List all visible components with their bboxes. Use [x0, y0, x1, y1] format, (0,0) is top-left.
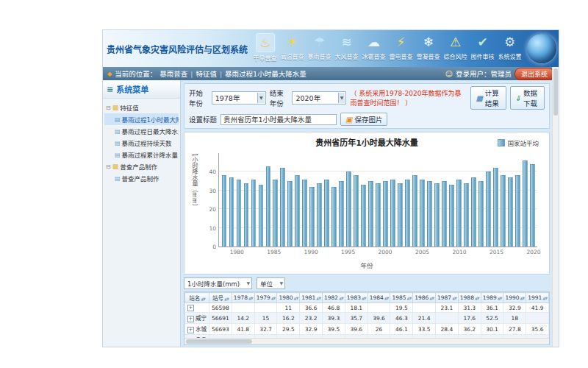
- bar-2018[interactable]: [515, 175, 520, 247]
- column-header[interactable]: 1983▲▼: [345, 293, 368, 303]
- bar-2004[interactable]: [412, 175, 417, 247]
- expand-icon[interactable]: +: [187, 305, 194, 311]
- horizontal-scrollbar[interactable]: [184, 338, 549, 344]
- tree-leaf[interactable]: ▤暴雨过程持续天数: [104, 137, 179, 149]
- bar-2006[interactable]: [427, 181, 432, 247]
- nav-item-wind[interactable]: ≋大风普查: [334, 33, 359, 62]
- bar-1995[interactable]: [346, 171, 351, 247]
- bar-2000[interactable]: [383, 181, 388, 247]
- collapse-icon[interactable]: ⊟: [106, 105, 111, 111]
- column-header[interactable]: 1980▲▼: [277, 293, 300, 303]
- bar-1981[interactable]: [244, 183, 249, 247]
- nav-item-review[interactable]: ✔图件审核: [470, 33, 495, 62]
- horizontal-scrollbar-thumb[interactable]: [186, 339, 252, 344]
- tree-leaf[interactable]: ▤暴雨过程日最大降水量: [104, 125, 179, 137]
- bar-2015[interactable]: [493, 168, 498, 247]
- column-header[interactable]: 1979▲▼: [254, 293, 277, 303]
- sort-icons[interactable]: ▲▼: [271, 296, 276, 300]
- nav-item-rainstorm[interactable]: ☂暴雨普查: [307, 33, 331, 62]
- sort-icons[interactable]: ▲▼: [475, 296, 479, 300]
- bar-2013[interactable]: [478, 181, 484, 247]
- tree-leaf[interactable]: ▤普查产品制作: [104, 172, 179, 184]
- sort-icons[interactable]: ▲▼: [248, 296, 253, 300]
- sort-icons[interactable]: ▲▼: [384, 296, 389, 300]
- tree-node[interactable]: ⊟▩特征值: [104, 102, 179, 113]
- bar-1989[interactable]: [302, 180, 307, 247]
- unit-select[interactable]: 单位: [257, 277, 285, 289]
- bar-2019[interactable]: [523, 160, 528, 247]
- save-image-button[interactable]: ▣ 保存图片: [340, 113, 387, 126]
- column-header[interactable]: 1991▲▼: [526, 293, 549, 303]
- bar-1979[interactable]: [229, 177, 234, 247]
- tree-leaf[interactable]: ▤暴雨过程累计降水量: [104, 149, 179, 160]
- nav-item-drought[interactable]: ♨干旱普查: [253, 33, 277, 62]
- bar-1999[interactable]: [376, 183, 381, 247]
- nav-item-risk[interactable]: ⚠综合风险: [443, 33, 467, 62]
- bar-2016[interactable]: [501, 175, 506, 247]
- nav-item-heat[interactable]: ☀高温普查: [280, 33, 304, 62]
- bar-1983[interactable]: [259, 185, 264, 247]
- column-header[interactable]: 1978▲▼: [232, 293, 254, 303]
- sort-icons[interactable]: ▲▼: [407, 296, 412, 300]
- bar-1992[interactable]: [324, 180, 329, 247]
- bar-2017[interactable]: [508, 177, 513, 247]
- bar-1998[interactable]: [368, 181, 373, 247]
- column-header[interactable]: 1985▲▼: [390, 293, 413, 303]
- bar-2003[interactable]: [405, 180, 410, 247]
- sort-icons[interactable]: ▲▼: [542, 296, 547, 300]
- bar-2010[interactable]: [456, 180, 462, 247]
- nav-item-settings[interactable]: ⚙系统设置: [498, 33, 522, 62]
- bar-2007[interactable]: [434, 183, 440, 247]
- table-row[interactable]: +水城5669341.832.729.532.939.539.62646.133…: [185, 324, 551, 335]
- download-button[interactable]: ⇓ 数据下载: [510, 86, 545, 110]
- sort-icons[interactable]: ▲▼: [316, 296, 320, 300]
- column-header[interactable]: 1984▲▼: [368, 293, 390, 303]
- bar-2005[interactable]: [420, 180, 425, 247]
- bar-2001[interactable]: [390, 180, 395, 247]
- bar-1985[interactable]: [273, 180, 278, 247]
- tree-leaf[interactable]: ▤暴雨过程1小时最大降水量: [104, 113, 179, 125]
- column-header[interactable]: 站号▲▼: [209, 293, 232, 303]
- bar-2020[interactable]: [530, 164, 535, 247]
- column-header[interactable]: 1990▲▼: [503, 293, 526, 303]
- bar-1987[interactable]: [287, 181, 293, 247]
- column-header[interactable]: 1988▲▼: [458, 293, 481, 303]
- breadcrumb-item[interactable]: 暴雨过程1小时最大降水量: [225, 68, 306, 79]
- end-year-select[interactable]: 2020年: [292, 91, 346, 105]
- sort-icons[interactable]: ▲▼: [452, 296, 456, 300]
- bar-1982[interactable]: [251, 180, 257, 247]
- sort-icons[interactable]: ▲▼: [201, 297, 205, 301]
- column-header[interactable]: 1982▲▼: [323, 293, 345, 303]
- bar-1997[interactable]: [361, 185, 366, 247]
- bar-2012[interactable]: [471, 177, 476, 247]
- column-header[interactable]: 1986▲▼: [413, 293, 436, 303]
- table-row[interactable]: +威宁5669114.21516.223.239.335.739.646.321…: [185, 313, 551, 324]
- bar-1990[interactable]: [309, 187, 315, 247]
- sort-icons[interactable]: ▲▼: [294, 296, 298, 300]
- metric-select[interactable]: 1小时降水量(mm): [184, 277, 252, 289]
- calculate-button[interactable]: ▦ 计算结果: [470, 86, 506, 110]
- column-header[interactable]: 1992▲▼: [549, 293, 550, 303]
- bar-2008[interactable]: [442, 181, 447, 247]
- nav-item-hail[interactable]: ☁冰雹普查: [362, 33, 386, 62]
- vertical-scrollbar-thumb[interactable]: [553, 68, 558, 116]
- sort-icons[interactable]: ▲▼: [520, 296, 525, 300]
- vertical-scrollbar[interactable]: [552, 67, 559, 347]
- sort-icons[interactable]: ▲▼: [224, 297, 229, 301]
- nav-item-snow[interactable]: ❄雪凝普查: [416, 33, 440, 62]
- sort-icons[interactable]: ▲▼: [498, 296, 502, 300]
- bar-2002[interactable]: [398, 183, 403, 247]
- sort-icons[interactable]: ▲▼: [362, 296, 366, 300]
- start-year-select[interactable]: 1978年: [212, 91, 266, 105]
- bar-1980[interactable]: [237, 180, 242, 247]
- logout-button[interactable]: 退出系统: [514, 68, 554, 80]
- bar-1988[interactable]: [295, 175, 300, 247]
- bar-1986[interactable]: [280, 168, 285, 247]
- column-header[interactable]: 站名▲▼: [185, 293, 209, 303]
- nav-item-lightning[interactable]: ⚡雷电普查: [389, 33, 413, 62]
- chart-title-input[interactable]: [220, 114, 337, 125]
- breadcrumb-item[interactable]: 暴雨普查: [159, 68, 187, 79]
- bar-1984[interactable]: [266, 166, 271, 247]
- bar-2011[interactable]: [464, 183, 469, 247]
- bar-1994[interactable]: [339, 181, 344, 247]
